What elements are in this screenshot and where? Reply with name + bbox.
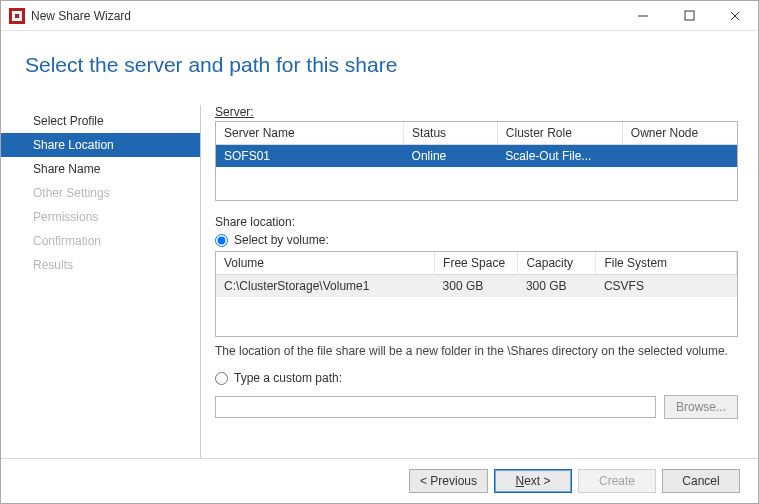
radio-select-by-volume[interactable] xyxy=(215,234,228,247)
server-label: Server: xyxy=(215,105,738,119)
volume-table[interactable]: Volume Free Space Capacity File System C… xyxy=(215,251,738,337)
radio-select-by-volume-label: Select by volume: xyxy=(234,233,329,247)
volume-row[interactable]: C:\ClusterStorage\Volume1 300 GB 300 GB … xyxy=(216,275,737,298)
create-button: Create xyxy=(578,469,656,493)
titlebar: New Share Wizard xyxy=(1,1,758,31)
wizard-steps: Select Profile Share Location Share Name… xyxy=(1,105,201,458)
vol-col-capacity[interactable]: Capacity xyxy=(518,252,596,275)
vol-fs-cell: CSVFS xyxy=(596,275,737,298)
step-other-settings: Other Settings xyxy=(1,181,200,205)
server-name-cell: SOFS01 xyxy=(216,145,404,168)
server-row[interactable]: SOFS01 Online Scale-Out File... xyxy=(216,145,737,168)
vol-col-fs[interactable]: File System xyxy=(596,252,737,275)
server-col-owner[interactable]: Owner Node xyxy=(622,122,737,145)
radio-custom-path[interactable] xyxy=(215,372,228,385)
vol-free-cell: 300 GB xyxy=(435,275,518,298)
step-results: Results xyxy=(1,253,200,277)
svg-rect-1 xyxy=(685,11,694,20)
server-owner-cell xyxy=(622,145,737,168)
minimize-button[interactable] xyxy=(620,1,666,30)
close-button[interactable] xyxy=(712,1,758,30)
server-status-cell: Online xyxy=(404,145,498,168)
vol-capacity-cell: 300 GB xyxy=(518,275,596,298)
server-col-role[interactable]: Cluster Role xyxy=(497,122,622,145)
step-select-profile[interactable]: Select Profile xyxy=(1,109,200,133)
server-table[interactable]: Server Name Status Cluster Role Owner No… xyxy=(215,121,738,201)
window-title: New Share Wizard xyxy=(31,9,131,23)
next-button[interactable]: Next > xyxy=(494,469,572,493)
step-permissions: Permissions xyxy=(1,205,200,229)
vol-volume-cell: C:\ClusterStorage\Volume1 xyxy=(216,275,435,298)
page-heading: Select the server and path for this shar… xyxy=(1,31,758,95)
radio-custom-path-label: Type a custom path: xyxy=(234,371,342,385)
step-confirmation: Confirmation xyxy=(1,229,200,253)
wizard-footer: < Previous Next > Create Cancel xyxy=(1,458,758,503)
maximize-button[interactable] xyxy=(666,1,712,30)
volume-hint: The location of the file share will be a… xyxy=(215,343,738,359)
previous-button[interactable]: < Previous xyxy=(409,469,488,493)
browse-label: Browse... xyxy=(676,400,726,414)
server-col-name[interactable]: Server Name xyxy=(216,122,404,145)
step-share-name[interactable]: Share Name xyxy=(1,157,200,181)
vol-col-free[interactable]: Free Space xyxy=(435,252,518,275)
server-col-status[interactable]: Status xyxy=(404,122,498,145)
step-share-location[interactable]: Share Location xyxy=(1,133,200,157)
window-controls xyxy=(620,1,758,30)
cancel-button[interactable]: Cancel xyxy=(662,469,740,493)
app-icon xyxy=(9,8,25,24)
server-role-cell: Scale-Out File... xyxy=(497,145,622,168)
custom-path-input[interactable] xyxy=(215,396,656,418)
share-location-label: Share location: xyxy=(215,215,738,229)
vol-col-volume[interactable]: Volume xyxy=(216,252,435,275)
browse-button[interactable]: Browse... xyxy=(664,395,738,419)
